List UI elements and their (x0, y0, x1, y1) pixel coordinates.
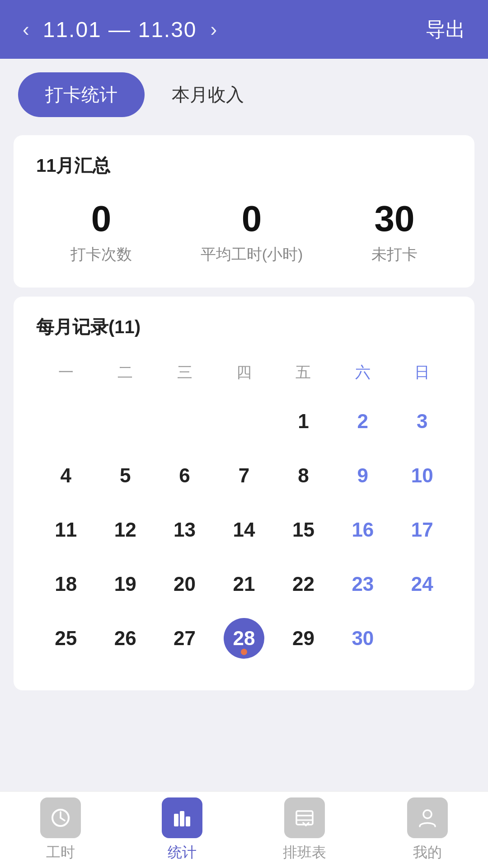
nav-mine[interactable]: 我的 (407, 797, 448, 863)
export-button[interactable]: 导出 (426, 16, 465, 43)
day-25[interactable]: 25 (36, 613, 95, 663)
schedule-icon-container (284, 797, 325, 838)
day-1[interactable]: 1 (274, 396, 333, 446)
calendar-week-4: 18 19 20 21 22 23 24 (36, 559, 452, 609)
schedule-icon (293, 807, 316, 829)
day-2[interactable]: 2 (333, 396, 392, 446)
day-empty-5 (393, 613, 452, 663)
nav-worktime[interactable]: 工时 (40, 797, 81, 863)
weekday-sun: 日 (393, 358, 452, 387)
mine-icon-container (407, 797, 448, 838)
day-3[interactable]: 3 (393, 396, 452, 446)
calendar-weekday-header: 一 二 三 四 五 六 日 (36, 358, 452, 387)
header: ‹ 11.01 — 11.30 › 导出 (0, 0, 488, 59)
tab-income[interactable]: 本月收入 (145, 72, 271, 117)
summary-card: 11月汇总 0 打卡次数 0 平均工时(小时) 30 未打卡 (14, 135, 474, 288)
stat-checkin-value: 0 (91, 201, 112, 237)
person-icon (416, 807, 439, 829)
stats-row: 0 打卡次数 0 平均工时(小时) 30 未打卡 (36, 201, 452, 265)
day-23[interactable]: 23 (333, 559, 392, 609)
day-empty-4 (214, 396, 273, 446)
day-empty-2 (95, 396, 155, 446)
day-30[interactable]: 30 (333, 613, 392, 663)
next-month-button[interactable]: › (211, 18, 217, 41)
bottom-nav: 工时 统计 排班表 (0, 791, 488, 868)
day-15[interactable]: 15 (274, 505, 333, 555)
day-18[interactable]: 18 (36, 559, 95, 609)
day-12[interactable]: 12 (95, 505, 155, 555)
day-14[interactable]: 14 (214, 505, 273, 555)
stat-checkin-count: 0 打卡次数 (70, 201, 132, 265)
weekday-fri: 五 (274, 358, 333, 387)
svg-rect-3 (174, 814, 178, 826)
day-4[interactable]: 4 (36, 451, 95, 500)
day-27[interactable]: 27 (155, 613, 214, 663)
stat-avg-label: 平均工时(小时) (201, 244, 303, 265)
weekday-thu: 四 (214, 358, 273, 387)
stats-icon (171, 807, 193, 829)
day-6[interactable]: 6 (155, 451, 214, 500)
weekday-mon: 一 (36, 358, 95, 387)
day-empty-3 (155, 396, 214, 446)
nav-schedule[interactable]: 排班表 (283, 797, 326, 863)
day-7[interactable]: 7 (214, 451, 273, 500)
day-9[interactable]: 9 (333, 451, 392, 500)
day-20[interactable]: 20 (155, 559, 214, 609)
day-empty-1 (36, 396, 95, 446)
day-28[interactable]: 28 (214, 613, 273, 663)
tab-checkin[interactable]: 打卡统计 (18, 72, 145, 117)
day-8[interactable]: 8 (274, 451, 333, 500)
day-24[interactable]: 24 (393, 559, 452, 609)
stat-checkin-label: 打卡次数 (70, 244, 132, 265)
day-17[interactable]: 17 (393, 505, 452, 555)
nav-stats[interactable]: 统计 (162, 797, 202, 863)
calendar-grid: 一 二 三 四 五 六 日 1 2 3 4 5 6 7 8 9 10 (36, 358, 452, 663)
stat-avg-value: 0 (242, 201, 262, 237)
date-range: 11.01 — 11.30 (43, 17, 197, 42)
worktime-label: 工时 (46, 843, 75, 863)
weekday-sat: 六 (333, 358, 392, 387)
calendar-week-5: 25 26 27 28 29 30 (36, 613, 452, 663)
weekday-wed: 三 (155, 358, 214, 387)
day-21[interactable]: 21 (214, 559, 273, 609)
today-dot (241, 649, 247, 655)
calendar-week-1: 1 2 3 (36, 396, 452, 446)
day-26[interactable]: 26 (95, 613, 155, 663)
stats-label: 统计 (168, 843, 197, 863)
svg-rect-4 (180, 811, 184, 826)
prev-month-button[interactable]: ‹ (23, 18, 29, 41)
day-13[interactable]: 13 (155, 505, 214, 555)
calendar-card: 每月记录(11) 一 二 三 四 五 六 日 1 2 3 4 5 6 7 8 (14, 297, 474, 690)
worktime-icon-container (40, 797, 81, 838)
tab-bar: 打卡统计 本月收入 (0, 59, 488, 131)
header-nav: ‹ 11.01 — 11.30 › (23, 17, 217, 42)
stat-missed: 30 未打卡 (371, 201, 418, 265)
svg-line-2 (61, 818, 65, 821)
schedule-label: 排班表 (283, 843, 326, 863)
mine-label: 我的 (413, 843, 442, 863)
day-16[interactable]: 16 (333, 505, 392, 555)
stat-missed-value: 30 (375, 201, 415, 237)
summary-title: 11月汇总 (36, 153, 452, 178)
stats-icon-container (162, 797, 202, 838)
stat-missed-label: 未打卡 (371, 244, 418, 265)
svg-rect-5 (186, 816, 190, 826)
weekday-tue: 二 (95, 358, 155, 387)
day-19[interactable]: 19 (95, 559, 155, 609)
day-5[interactable]: 5 (95, 451, 155, 500)
svg-point-9 (423, 810, 432, 818)
day-22[interactable]: 22 (274, 559, 333, 609)
day-10[interactable]: 10 (393, 451, 452, 500)
clock-icon (49, 807, 72, 829)
day-29[interactable]: 29 (274, 613, 333, 663)
svg-rect-6 (296, 811, 313, 825)
day-11[interactable]: 11 (36, 505, 95, 555)
calendar-week-3: 11 12 13 14 15 16 17 (36, 505, 452, 555)
calendar-title: 每月记录(11) (36, 315, 452, 340)
stat-avg-hours: 0 平均工时(小时) (201, 201, 303, 265)
calendar-week-2: 4 5 6 7 8 9 10 (36, 451, 452, 500)
